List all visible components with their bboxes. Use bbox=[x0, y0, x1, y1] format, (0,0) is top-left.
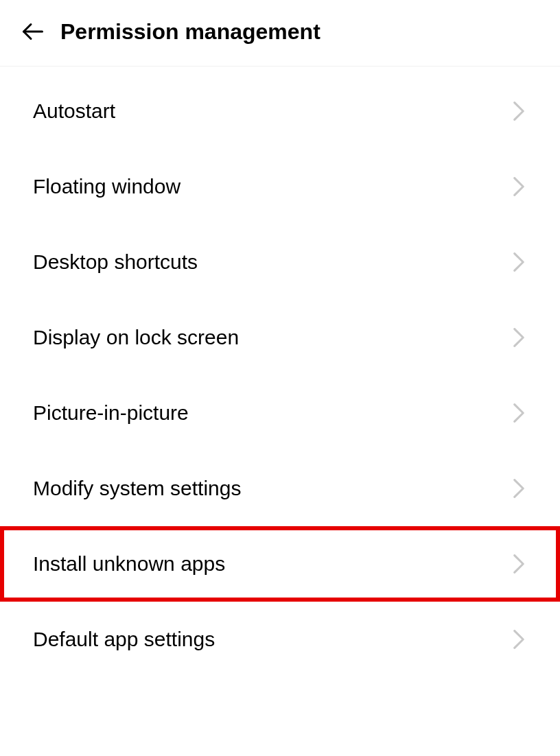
list-item-label: Autostart bbox=[33, 99, 115, 123]
list-item-floating-window[interactable]: Floating window bbox=[0, 149, 560, 224]
chevron-right-icon bbox=[511, 178, 527, 195]
chevron-right-icon bbox=[511, 405, 527, 421]
list-item-default-app-settings[interactable]: Default app settings bbox=[0, 602, 560, 677]
arrow-left-icon bbox=[21, 19, 45, 44]
list-item-label: Floating window bbox=[33, 175, 180, 198]
list-item-display-on-lock-screen[interactable]: Display on lock screen bbox=[0, 300, 560, 375]
list-item-label: Install unknown apps bbox=[33, 552, 225, 576]
chevron-right-icon bbox=[511, 329, 527, 346]
list-item-label: Default app settings bbox=[33, 628, 215, 651]
list-item-install-unknown-apps[interactable]: Install unknown apps bbox=[0, 526, 560, 602]
settings-list: Autostart Floating window Desktop shortc… bbox=[0, 67, 560, 677]
list-item-picture-in-picture[interactable]: Picture-in-picture bbox=[0, 375, 560, 451]
list-item-desktop-shortcuts[interactable]: Desktop shortcuts bbox=[0, 224, 560, 300]
chevron-right-icon bbox=[511, 480, 527, 497]
page-title: Permission management bbox=[60, 19, 320, 45]
list-item-label: Picture-in-picture bbox=[33, 401, 189, 425]
list-item-label: Desktop shortcuts bbox=[33, 250, 198, 274]
list-item-modify-system-settings[interactable]: Modify system settings bbox=[0, 451, 560, 526]
chevron-right-icon bbox=[511, 556, 527, 572]
list-item-label: Modify system settings bbox=[33, 477, 241, 500]
chevron-right-icon bbox=[511, 254, 527, 270]
list-item-label: Display on lock screen bbox=[33, 326, 239, 349]
chevron-right-icon bbox=[511, 631, 527, 648]
list-item-autostart[interactable]: Autostart bbox=[0, 73, 560, 149]
chevron-right-icon bbox=[511, 103, 527, 119]
header: Permission management bbox=[0, 0, 560, 67]
back-button[interactable] bbox=[19, 18, 47, 45]
